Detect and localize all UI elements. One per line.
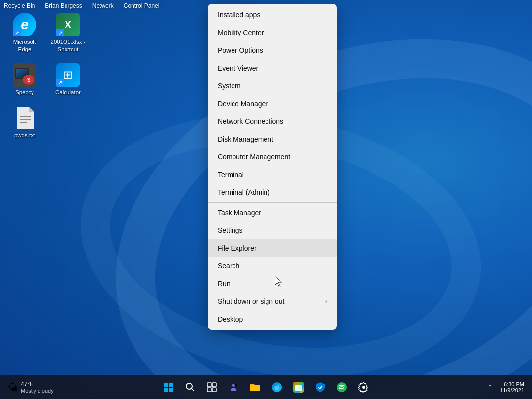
shortcut-arrow: ↗ [13,29,21,36]
menu-item-label-installed-apps: Installed apps [218,11,260,19]
menu-item-arrow-shut-down: › [325,298,327,305]
desktop-icon-calculator[interactable]: ⊞ ↗ Calculator [48,60,88,99]
svg-rect-9 [164,383,168,387]
menu-item-network-connections[interactable]: Network Connections [208,112,337,130]
taskbar-search-button[interactable] [180,377,200,397]
clock-date: 11/9/2021 [500,387,524,393]
desktop-icon-edge[interactable]: e ↗ Microsoft Edge [5,10,44,56]
taskbar-center [159,377,373,397]
menu-item-settings[interactable]: Settings [208,221,337,239]
svg-rect-18 [212,388,216,392]
svg-text:S: S [27,77,31,83]
excel-icon: X ↗ [56,13,80,36]
taskbar-teams[interactable] [224,377,243,397]
svg-point-13 [186,383,192,389]
svg-rect-12 [169,388,173,392]
menu-item-file-explorer[interactable]: File Explorer [208,239,337,257]
calculator-label: Calculator [55,89,81,96]
taskbar-security[interactable] [310,377,330,397]
menu-item-power-options[interactable]: Power Options [208,41,337,59]
top-label-network[interactable]: Network [92,2,114,9]
txt-icon [13,106,36,130]
menu-item-device-manager[interactable]: Device Manager [208,95,337,112]
svg-rect-21 [250,385,260,391]
svg-rect-17 [207,388,211,392]
weather-condition: Mostly cloudy [21,388,54,394]
system-tray[interactable]: ⌃ [481,378,499,396]
menu-item-label-disk-management: Disk Management [218,135,273,143]
taskbar-file-explorer[interactable] [245,377,265,397]
shortcut-arrow: ↗ [56,29,64,36]
menu-item-label-system: System [218,82,241,90]
weather-text: 47°F Mostly cloudy [21,381,54,394]
start-button[interactable] [159,377,178,397]
menu-item-installed-apps[interactable]: Installed apps [208,6,337,24]
menu-item-task-manager[interactable]: Task Manager [208,204,337,221]
taskbar-right: ⌃ 6:30 PM 11/9/2021 [479,378,528,396]
desktop-row-2: S Speccy ⊞ ↗ Calculator [5,60,88,99]
menu-item-label-run: Run [218,280,231,288]
menu-item-label-event-viewer: Event Viewer [218,64,258,72]
menu-item-label-task-manager: Task Manager [218,209,261,217]
svg-point-19 [232,384,235,387]
desktop: Recycle Bin Brian Burgess Network Contro… [0,0,532,399]
menu-item-mobility-center[interactable]: Mobility Center [208,24,337,41]
menu-item-disk-management[interactable]: Disk Management [208,130,337,148]
excel-label: 2001Q1.xlsx - Shortcut [50,38,86,53]
menu-item-label-settings: Settings [218,226,243,234]
menu-item-computer-management[interactable]: Computer Management [208,148,337,166]
menu-item-shut-down[interactable]: Shut down or sign out› [208,292,337,310]
menu-item-terminal[interactable]: Terminal [208,166,337,183]
menu-item-label-terminal-admin: Terminal (Admin) [218,188,270,196]
taskbar: 🌤 47°F Mostly cloudy [0,375,532,399]
weather-temp: 47°F [21,381,54,388]
desktop-row-3: pwds.txt [5,103,88,142]
svg-point-25 [362,386,365,389]
menu-item-system[interactable]: System [208,77,337,95]
desktop-row-1: e ↗ Microsoft Edge X ↗ 2001Q1.xlsx - Sho… [5,10,88,56]
taskbar-left: 🌤 47°F Mostly cloudy [4,379,83,396]
svg-rect-15 [207,383,211,387]
menu-item-run[interactable]: Run [208,275,337,292]
menu-item-desktop[interactable]: Desktop [208,310,337,328]
menu-item-terminal-admin[interactable]: Terminal (Admin) [208,183,337,201]
taskbar-settings[interactable] [354,377,373,397]
desktop-icon-txt[interactable]: pwds.txt [5,103,44,142]
menu-item-label-device-manager: Device Manager [218,100,268,108]
desktop-icon-excel[interactable]: X ↗ 2001Q1.xlsx - Shortcut [48,10,88,56]
edge-label: Microsoft Edge [7,38,42,53]
menu-item-label-desktop: Desktop [218,315,243,323]
menu-item-label-power-options: Power Options [218,46,263,54]
menu-item-label-mobility-center: Mobility Center [218,29,264,36]
svg-point-24 [337,382,347,392]
txt-label: pwds.txt [14,132,35,139]
desktop-icons: e ↗ Microsoft Edge X ↗ 2001Q1.xlsx - Sho… [0,0,93,152]
context-menu: Installed appsMobility CenterPower Optio… [208,4,337,330]
taskbar-spotify[interactable] [332,377,352,397]
svg-line-14 [192,389,194,391]
desktop-icon-speccy[interactable]: S Speccy [5,60,44,99]
menu-item-event-viewer[interactable]: Event Viewer [208,59,337,77]
calculator-icon: ⊞ ↗ [56,63,80,87]
edge-icon: e ↗ [13,13,36,36]
clock[interactable]: 6:30 PM 11/9/2021 [500,381,528,393]
speccy-label: Speccy [15,89,34,96]
taskbar-edge[interactable] [267,377,287,397]
menu-item-label-computer-management: Computer Management [218,153,290,161]
taskbar-store[interactable] [289,377,308,397]
menu-item-label-network-connections: Network Connections [218,117,283,125]
menu-item-label-shut-down: Shut down or sign out [218,297,284,305]
taskbar-task-view[interactable] [202,377,222,397]
svg-rect-11 [164,388,168,392]
top-label-control-panel[interactable]: Control Panel [124,2,160,9]
menu-item-label-search: Search [218,262,239,270]
weather-widget[interactable]: 🌤 47°F Mostly cloudy [4,379,58,396]
shortcut-arrow: ↗ [56,79,64,87]
svg-point-20 [235,384,237,386]
speccy-icon: S [13,63,36,87]
svg-rect-16 [212,383,216,387]
menu-item-search[interactable]: Search [208,257,337,275]
weather-icon: 🌤 [8,382,18,393]
clock-time: 6:30 PM [500,381,524,387]
menu-item-label-file-explorer: File Explorer [218,244,257,252]
